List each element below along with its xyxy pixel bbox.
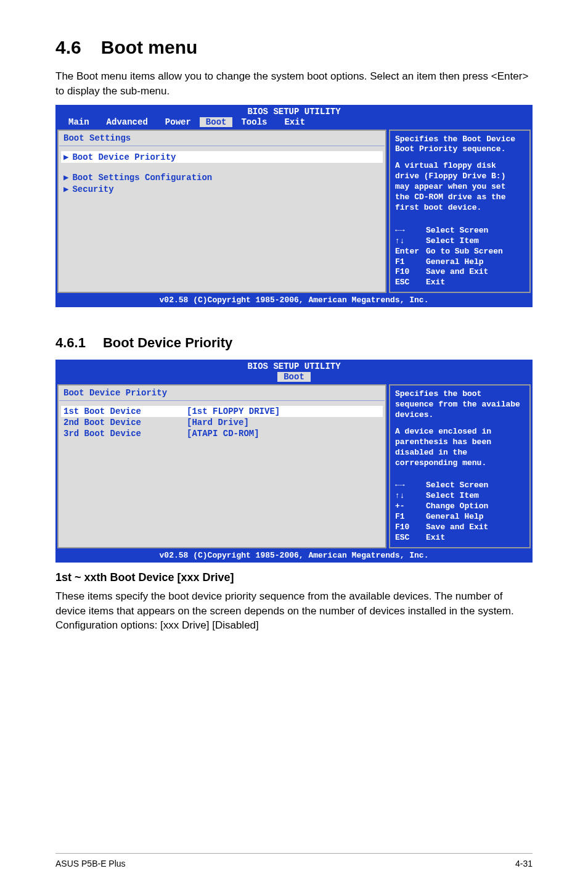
- triangle-icon: ▶: [63, 152, 68, 162]
- nav-key: ESC: [395, 533, 426, 543]
- bios-row-value: [Hard Drive]: [187, 418, 249, 427]
- bios-help-pane: Specifies the boot sequence from the ava…: [389, 384, 531, 548]
- nav-key: ←→: [395, 226, 426, 236]
- bios-help-text-1: Specifies the boot sequence from the ava…: [395, 389, 525, 421]
- bios-row-label: 3rd Boot Device: [63, 429, 187, 439]
- bios-status-bar: v02.58 (C)Copyright 1985-2006, American …: [56, 294, 532, 307]
- nav-key: F10: [395, 267, 426, 278]
- subsection-title: Boot Device Priority: [103, 335, 232, 350]
- paragraph-heading: 1st ~ xxth Boot Device [xxx Drive]: [55, 571, 533, 584]
- nav-action: General Help: [426, 257, 484, 268]
- footer-right: 4-31: [515, 859, 533, 868]
- bios-title: BIOS SETUP UTILITY: [56, 360, 532, 372]
- bios-row-1st-boot-device: 1st Boot Device [1st FLOPPY DRIVE]: [61, 406, 383, 417]
- bios-tab-exit: Exit: [276, 117, 314, 127]
- nav-action: Select Item: [426, 491, 479, 501]
- footer-left: ASUS P5B-E Plus: [55, 859, 126, 868]
- bios-title: BIOS SETUP UTILITY: [56, 105, 532, 117]
- bios-left-heading: Boot Device Priority: [63, 388, 380, 398]
- nav-key: ←→: [395, 481, 426, 491]
- nav-action: Go to Sub Screen: [426, 247, 503, 257]
- nav-key: F10: [395, 522, 426, 533]
- subsection-number: 4.6.1: [55, 335, 86, 350]
- bios-menubar: Main Advanced Power Boot Tools Exit: [56, 117, 532, 128]
- bios-item-label: Boot Device Priority: [72, 152, 176, 162]
- bios-help-text-2: A virtual floppy disk drive (Floppy Driv…: [395, 161, 525, 213]
- bios-item-boot-settings-config: ▶Boot Settings Configuration: [63, 171, 380, 183]
- bios-tab-main: Main: [60, 117, 98, 127]
- bios-help-pane: Specifies the Boot Device Boot Priority …: [389, 130, 531, 294]
- intro-paragraph: The Boot menu items allow you to change …: [55, 69, 533, 99]
- bios-nav-help: ←→Select Screen ↑↓Select Item +-Change O…: [395, 481, 525, 543]
- section-number: 4.6: [55, 37, 81, 57]
- bios-help-text-1: Specifies the Boot Device Boot Priority …: [395, 134, 525, 155]
- nav-action: Save and Exit: [426, 267, 488, 278]
- bios-tab-tools: Tools: [232, 117, 276, 127]
- section-title: Boot menu: [101, 37, 198, 57]
- nav-action: Exit: [426, 278, 445, 288]
- paragraph-body: These items specify the boot device prio…: [55, 589, 533, 633]
- bios-row-label: 2nd Boot Device: [63, 418, 187, 427]
- nav-action: Save and Exit: [426, 522, 488, 533]
- bios-item-security: ▶Security: [63, 183, 380, 195]
- section-heading: 4.6Boot menu: [55, 37, 533, 58]
- bios-screenshot-boot-settings: BIOS SETUP UTILITY Main Advanced Power B…: [55, 105, 533, 308]
- nav-key: +-: [395, 501, 426, 512]
- triangle-icon: ▶: [63, 173, 68, 183]
- nav-action: General Help: [426, 512, 484, 522]
- nav-action: Change Option: [426, 501, 488, 512]
- bios-row-3rd-boot-device: 3rd Boot Device [ATAPI CD-ROM]: [63, 428, 380, 439]
- nav-key: ↑↓: [395, 491, 426, 501]
- bios-item-label: Security: [72, 184, 113, 194]
- bios-item-label: Boot Settings Configuration: [72, 173, 212, 183]
- bios-item-boot-device-priority: ▶Boot Device Priority: [61, 151, 383, 163]
- nav-key: ↑↓: [395, 236, 426, 247]
- triangle-icon: ▶: [63, 184, 68, 194]
- bios-row-label: 1st Boot Device: [63, 406, 187, 416]
- nav-action: Exit: [426, 533, 445, 543]
- nav-key: F1: [395, 257, 426, 268]
- bios-status-bar: v02.58 (C)Copyright 1985-2006, American …: [56, 550, 532, 562]
- bios-tab-advanced: Advanced: [98, 117, 157, 127]
- bios-left-pane: Boot Settings ▶Boot Device Priority ▶Boo…: [57, 130, 386, 294]
- nav-action: Select Item: [426, 236, 479, 247]
- nav-key: F1: [395, 512, 426, 522]
- bios-left-heading: Boot Settings: [63, 133, 380, 143]
- bios-left-pane: Boot Device Priority 1st Boot Device [1s…: [57, 384, 386, 548]
- nav-key: Enter: [395, 247, 426, 257]
- bios-row-value: [1st FLOPPY DRIVE]: [187, 406, 280, 416]
- nav-action: Select Screen: [426, 481, 488, 491]
- bios-nav-help: ←→Select Screen ↑↓Select Item EnterGo to…: [395, 226, 525, 288]
- bios-help-text-2: A device enclosed in parenthesis has bee…: [395, 427, 525, 469]
- bios-tab-boot: Boot: [200, 117, 233, 127]
- bios-tab-boot: Boot: [277, 372, 311, 382]
- bios-row-2nd-boot-device: 2nd Boot Device [Hard Drive]: [63, 417, 380, 428]
- subsection-heading: 4.6.1Boot Device Priority: [55, 335, 533, 351]
- page-footer: ASUS P5B-E Plus 4-31: [55, 853, 533, 868]
- bios-screenshot-boot-device-priority: BIOS SETUP UTILITY Boot Boot Device Prio…: [55, 360, 533, 563]
- nav-action: Select Screen: [426, 226, 488, 236]
- nav-key: ESC: [395, 278, 426, 288]
- bios-row-value: [ATAPI CD-ROM]: [187, 429, 259, 439]
- bios-tab-power: Power: [157, 117, 200, 127]
- bios-menubar: Boot: [56, 372, 532, 383]
